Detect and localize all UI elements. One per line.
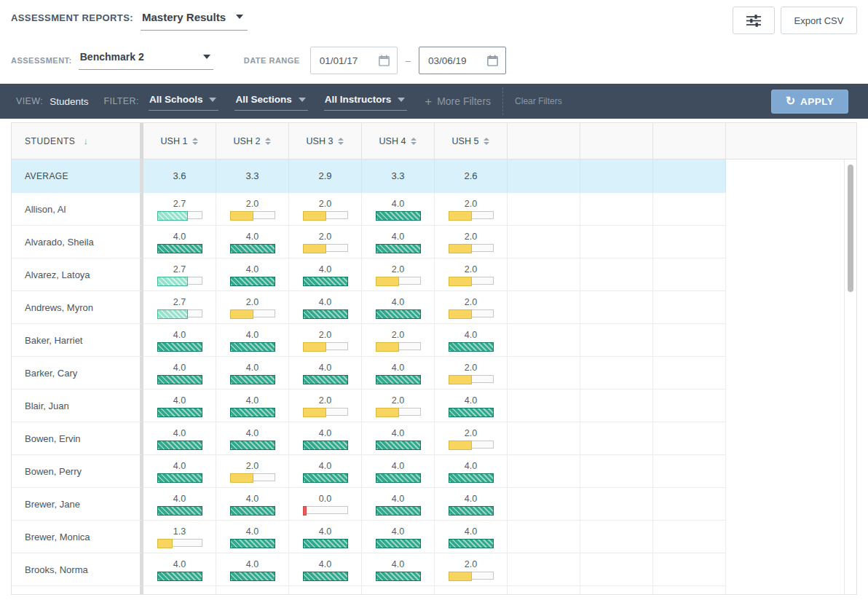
clear-filters-button[interactable]: Clear Filters [515,96,562,106]
empty-cell [508,357,580,390]
mastery-score-cell: 2.0 [435,553,508,586]
mastery-bar [157,375,202,383]
filter-dropdown-all-sections[interactable]: All Sections [234,92,307,111]
mastery-bar [157,211,202,219]
empty-cell [289,586,362,595]
empty-cell [508,521,580,553]
mastery-bar-fill [230,441,275,450]
mastery-bar [449,506,494,514]
mastery-score-value: 4.0 [173,330,186,340]
mastery-score-value: 4.0 [246,559,259,569]
mastery-score-value: 4.0 [392,363,404,373]
column-header-ush-3[interactable]: USH 3 [289,123,362,159]
mastery-bar [449,539,494,547]
student-name: Alvarez, Latoya [12,258,143,291]
student-row: Blair, Juan4.04.02.02.04.0 [12,390,856,422]
date-to-input[interactable]: 03/06/19 [419,47,506,74]
date-from-input[interactable]: 01/01/17 [310,47,398,74]
mastery-score-value: 4.0 [246,363,259,373]
mastery-bar-fill [449,342,494,352]
mastery-score-value: 2.0 [465,232,477,242]
mastery-bar-fill [303,441,348,450]
mastery-score-value: 4.0 [246,264,259,275]
table-header-row: STUDENTS ↓ USH 1USH 2USH 3USH 4USH 5 [12,123,856,159]
student-name: Andrews, Myron [12,291,143,324]
page-title: ASSESSMENT REPORTS: [11,12,133,31]
mastery-score-cell: 4.0 [362,455,435,488]
column-header-ush-2[interactable]: USH 2 [216,123,289,159]
mastery-bar-fill [157,211,189,221]
mastery-score-cell: 4.0 [435,390,508,422]
filter-dropdown-all-instructors[interactable]: All Instructors [324,92,408,111]
vertical-scrollbar-thumb[interactable] [848,165,853,292]
students-column-header[interactable]: STUDENTS ↓ [12,123,143,159]
mastery-bar [303,375,348,383]
top-bar: ASSESSMENT REPORTS: Mastery Results Expo… [11,6,857,35]
mastery-bar-fill [157,342,202,352]
student-row: Alvarez, Latoya2.74.04.02.02.0 [12,258,856,291]
mastery-score-cell: 4.0 [362,488,435,521]
mastery-bar-fill [157,244,202,253]
mastery-score-cell: 4.0 [216,553,289,586]
average-empty-cell [580,159,653,193]
mastery-bar [230,539,275,547]
student-row: Brooks, Norma4.04.04.04.02.0 [12,553,856,586]
column-header-ush-1[interactable]: USH 1 [143,123,216,159]
report-type-dropdown[interactable]: Mastery Results [141,11,248,31]
mastery-score-value: 4.0 [465,330,477,340]
column-header-empty [580,123,653,159]
mastery-score-cell: 4.0 [143,455,216,488]
mastery-score-cell: 4.0 [289,553,362,586]
empty-cell [580,226,653,258]
mastery-score-value: 4.0 [246,330,259,340]
mastery-bar [449,572,494,580]
filter-dropdown-all-schools[interactable]: All Schools [149,92,219,111]
mastery-bar-fill [157,539,173,548]
mastery-bar [376,244,421,252]
student-name: Baker, Harriet [12,324,143,357]
mastery-score-value: 4.0 [465,395,477,406]
mastery-score-value: 4.0 [173,461,186,471]
display-settings-button[interactable] [733,7,775,34]
mastery-score-value: 4.0 [319,363,331,373]
mastery-score-value: 2.0 [246,297,259,307]
mastery-score-cell: 4.0 [362,521,435,553]
export-csv-button[interactable]: Export CSV [781,7,857,34]
mastery-score-value: 4.0 [392,461,404,471]
mastery-score-cell: 4.0 [216,324,289,357]
column-header-ush-4[interactable]: USH 4 [362,123,435,159]
mastery-bar-fill [376,473,421,483]
more-filters-button[interactable]: + More Filters [425,95,491,108]
average-score-value: 2.9 [318,170,331,181]
mastery-bar [230,277,275,285]
empty-cell [508,193,580,226]
empty-cell [653,488,726,521]
column-header-ush-5[interactable]: USH 5 [435,123,508,159]
mastery-bar [449,408,494,416]
mastery-bar [376,441,421,449]
mastery-score-cell: 4.0 [362,553,435,586]
mastery-score-cell: 2.0 [435,226,508,258]
apply-button[interactable]: ↻ APPLY [771,90,848,114]
empty-cell [508,258,580,291]
assessment-controls: ASSESSMENT: Benchmark 2 DATE RANGE 01/01… [11,45,857,76]
mastery-bar-fill [449,244,472,253]
chevron-down-icon [398,98,405,102]
assessment-dropdown[interactable]: Benchmark 2 [79,51,213,70]
mastery-bar [376,277,421,285]
mastery-bar-fill [230,342,275,352]
mastery-bar-fill [303,309,348,319]
mastery-bar [303,473,348,481]
mastery-bar [230,244,275,252]
mastery-score-value: 2.7 [173,199,186,209]
empty-cell [508,291,580,324]
mastery-score-cell: 4.0 [216,258,289,291]
mastery-score-cell: 4.0 [435,324,508,357]
mastery-score-value: 2.0 [319,395,331,406]
mastery-score-value: 4.0 [319,428,331,438]
empty-cell [508,390,580,422]
mastery-bar [376,506,421,514]
mastery-bar-fill [230,277,275,286]
mastery-bar [303,244,348,252]
mastery-score-cell: 2.0 [435,291,508,324]
